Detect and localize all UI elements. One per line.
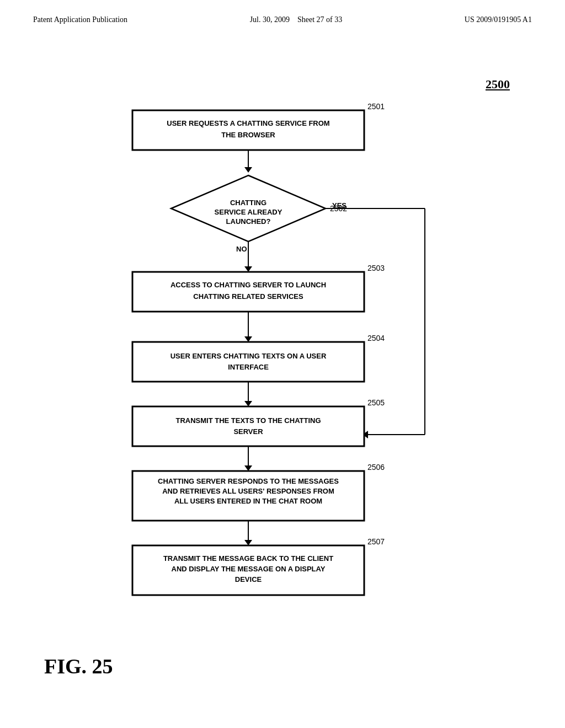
- svg-rect-31: [132, 406, 364, 446]
- node-2505: TRANSMIT THE TEXTS TO THE CHATTING SERVE…: [132, 398, 385, 446]
- diagram-id: 2500: [486, 77, 510, 92]
- node-2503: ACCESS TO CHATTING SERVER TO LAUNCH CHAT…: [132, 264, 385, 312]
- svg-text:SERVICE ALREADY: SERVICE ALREADY: [215, 208, 282, 216]
- svg-text:USER REQUESTS A CHATTING SERVI: USER REQUESTS A CHATTING SERVICE FROM: [167, 119, 329, 127]
- node-2501: USER REQUESTS A CHATTING SERVICE FROM TH…: [132, 102, 385, 150]
- flowchart-svg: USER REQUESTS A CHATTING SERVICE FROM TH…: [44, 94, 519, 678]
- svg-rect-25: [132, 342, 364, 382]
- svg-text:AND RETRIEVES ALL USERS' RESPO: AND RETRIEVES ALL USERS' RESPONSES FROM: [162, 487, 334, 495]
- svg-text:SERVER: SERVER: [233, 427, 263, 436]
- svg-text:ACCESS TO CHATTING SERVER TO L: ACCESS TO CHATTING SERVER TO LAUNCH: [170, 281, 326, 289]
- svg-text:DEVICE: DEVICE: [235, 575, 262, 584]
- node-2506: CHATTING SERVER RESPONDS TO THE MESSAGES…: [132, 463, 385, 521]
- header-center: Jul. 30, 2009 Sheet 27 of 33: [250, 15, 343, 24]
- svg-text:2504: 2504: [367, 334, 385, 342]
- svg-text:2501: 2501: [367, 102, 385, 111]
- svg-rect-19: [132, 272, 364, 312]
- svg-text:CHATTING: CHATTING: [230, 199, 266, 207]
- header-left: Patent Application Publication: [33, 15, 127, 24]
- node-2502: CHATTING SERVICE ALREADY LAUNCHED? 2502 …: [171, 175, 347, 253]
- svg-text:2507: 2507: [367, 537, 385, 546]
- svg-text:2506: 2506: [367, 463, 385, 472]
- svg-text:LAUNCHED?: LAUNCHED?: [226, 217, 271, 226]
- node-2504: USER ENTERS CHATTING TEXTS ON A USER INT…: [132, 334, 385, 382]
- page-header: Patent Application Publication Jul. 30, …: [0, 0, 565, 30]
- svg-text:INTERFACE: INTERFACE: [228, 363, 269, 371]
- svg-text:TRANSMIT THE TEXTS TO THE CHAT: TRANSMIT THE TEXTS TO THE CHATTING: [175, 416, 321, 425]
- svg-text:THE BROWSER: THE BROWSER: [221, 131, 275, 139]
- header-right: US 2009/0191905 A1: [465, 15, 532, 24]
- figure-caption: FIG. 25: [44, 654, 113, 678]
- svg-text:ALL USERS ENTERED IN THE CHAT : ALL USERS ENTERED IN THE CHAT ROOM: [174, 497, 322, 505]
- svg-marker-5: [244, 167, 252, 173]
- svg-text:NO: NO: [236, 245, 247, 253]
- node-2507: TRANSMIT THE MESSAGE BACK TO THE CLIENT …: [132, 537, 385, 595]
- svg-text:USER ENTERS CHATTING TEXTS ON : USER ENTERS CHATTING TEXTS ON A USER: [170, 352, 327, 360]
- svg-text:TRANSMIT THE MESSAGE BACK TO T: TRANSMIT THE MESSAGE BACK TO THE CLIENT: [163, 554, 333, 563]
- svg-rect-0: [132, 110, 364, 150]
- svg-text:2503: 2503: [367, 264, 385, 272]
- svg-text:CHATTING SERVER RESPONDS TO TH: CHATTING SERVER RESPONDS TO THE MESSAGES: [158, 477, 339, 485]
- svg-text:CHATTING RELATED SERVICES: CHATTING RELATED SERVICES: [193, 292, 303, 301]
- svg-text:AND DISPLAY THE MESSAGE ON A D: AND DISPLAY THE MESSAGE ON A DISPLAY: [172, 565, 326, 573]
- svg-text:2505: 2505: [367, 398, 385, 407]
